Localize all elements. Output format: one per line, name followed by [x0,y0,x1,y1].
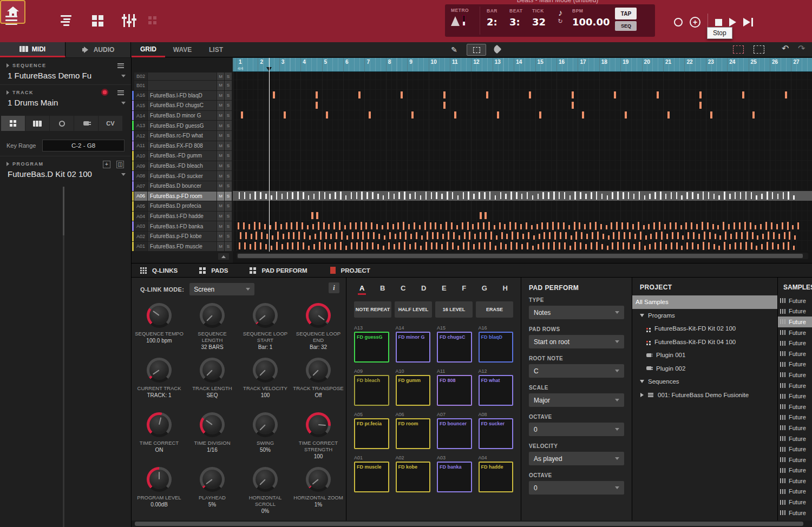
midi-note[interactable] [713,244,715,249]
mixer-view-icon[interactable] [122,14,136,27]
midi-note[interactable] [745,242,747,250]
track-row[interactable]: A03FutureBas.t-FD bankaMS [132,221,233,231]
note-lane[interactable] [233,90,812,101]
midi-note[interactable] [755,225,756,229]
midi-note[interactable] [326,111,328,118]
midi-note[interactable] [308,246,310,250]
midi-note[interactable] [739,222,741,229]
midi-note[interactable] [403,222,404,230]
midi-note[interactable] [504,224,506,229]
midi-note[interactable] [361,242,363,250]
note-lane[interactable] [233,110,812,121]
midi-note[interactable] [601,194,603,199]
midi-note[interactable] [329,244,331,249]
track-collapse-icon[interactable] [6,90,9,95]
solo-button[interactable]: S [225,221,232,231]
red-marquee-icon[interactable] [733,45,744,54]
pad-a07[interactable]: FD bouncer [437,418,472,449]
midi-note[interactable] [436,242,437,249]
qlink-knob[interactable] [200,358,225,383]
midi-note[interactable] [313,244,315,249]
solo-button[interactable]: S [225,101,232,110]
plugin-program-button[interactable] [74,116,98,131]
midi-note[interactable] [490,232,492,240]
midi-note[interactable] [547,222,548,229]
midi-note[interactable] [761,244,763,249]
midi-note[interactable] [782,222,783,229]
midi-note[interactable] [638,222,639,230]
midi-note[interactable] [509,222,511,230]
midi-note[interactable] [459,235,460,240]
midi-note[interactable] [526,222,527,229]
midi-note[interactable] [665,244,667,249]
pad-a01[interactable]: FD muscle [354,462,389,492]
pad-bank-c[interactable]: C [401,284,405,295]
midi-note[interactable] [473,194,475,199]
midi-note[interactable] [704,232,705,240]
project-item[interactable]: All Samples [632,295,777,309]
midi-note[interactable] [340,242,342,250]
midi-note[interactable] [632,224,634,229]
midi-note[interactable] [660,192,662,200]
midi-note[interactable] [415,192,416,199]
midi-note[interactable] [350,222,351,229]
midi-note[interactable] [600,224,602,229]
metronome-section[interactable]: METRO [448,6,480,35]
midi-note[interactable] [756,195,757,200]
tab-pad-perform[interactable]: PAD PERFORM [250,267,307,274]
midi-note[interactable] [281,244,283,249]
midi-note[interactable] [291,222,292,229]
midi-note[interactable] [639,192,640,200]
midi-note[interactable] [387,222,389,229]
midi-note[interactable] [510,242,512,250]
qlink-knob[interactable] [253,467,278,492]
midi-note[interactable] [448,232,449,240]
sample-item[interactable]: Future [778,508,812,518]
midi-note[interactable] [408,224,410,229]
project-item[interactable]: Plugin 001 [632,348,777,362]
midi-note[interactable] [351,242,352,249]
midi-note[interactable] [712,224,714,229]
midi-note[interactable] [579,222,580,229]
caret-down-icon[interactable] [640,314,644,317]
midi-note[interactable] [516,192,518,199]
tab-list[interactable]: LIST [199,42,233,57]
sample-item[interactable]: Future [778,380,812,391]
midi-note[interactable] [793,195,795,200]
midi-note[interactable] [592,232,593,239]
midi-note[interactable] [298,232,300,240]
midi-note[interactable] [611,222,612,229]
sample-item[interactable]: Future [778,454,812,465]
qlink-knob[interactable] [306,358,331,383]
midi-note[interactable] [650,234,652,239]
midi-note[interactable] [250,244,251,249]
midi-note[interactable] [245,232,247,239]
record-button[interactable] [674,18,683,27]
note-lane[interactable] [233,211,812,221]
midi-note[interactable] [531,225,533,229]
note-lane[interactable] [233,161,812,171]
midi-note[interactable] [260,192,261,199]
midi-note[interactable] [304,232,305,239]
tab-pads[interactable]: PADS [199,267,228,274]
midi-note[interactable] [572,102,574,109]
midi-note[interactable] [687,232,689,239]
midi-note[interactable] [339,222,340,230]
undo-icon[interactable]: ↶ [782,43,789,54]
midi-note[interactable] [316,91,318,98]
track-row[interactable]: A04FutureBas.t-FD haddeMS [132,211,233,221]
midi-note[interactable] [392,224,394,229]
midi-note[interactable] [538,194,539,199]
solo-button[interactable]: S [225,161,232,171]
midi-note[interactable] [371,222,372,229]
midi-note[interactable] [571,235,572,240]
midi-note[interactable] [542,242,544,249]
midi-note[interactable] [270,225,271,229]
mute-button[interactable]: M [217,101,224,110]
midi-note[interactable] [621,222,623,229]
add-program-button[interactable]: + [103,161,110,168]
midi-note[interactable] [311,212,313,219]
midi-note[interactable] [243,222,245,229]
midi-note[interactable] [699,102,702,109]
midi-note[interactable] [361,222,362,230]
